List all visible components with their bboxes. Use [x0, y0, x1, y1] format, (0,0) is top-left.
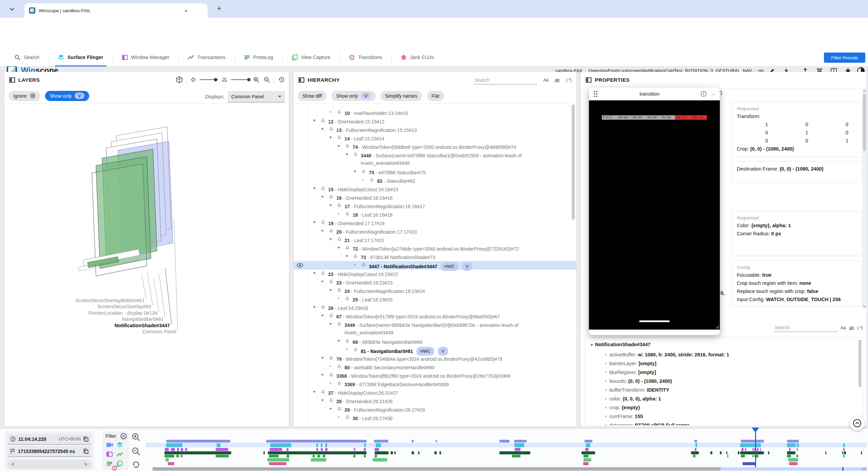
copy-icon[interactable] [83, 436, 88, 442]
layers-3d-canvas[interactable] [4, 106, 289, 427]
timeline-zoom-in-icon[interactable] [132, 433, 140, 441]
tree-row-14[interactable]: ▾14 - Leaf:15:15#14 [294, 134, 576, 142]
tree-row-27[interactable]: ▾27 - HideDisplayCutout:26:31#27 [294, 388, 576, 397]
tree-row-19[interactable]: ▾19 - OneHanded:17:17#19 [294, 219, 576, 227]
spacing-slider[interactable] [231, 79, 249, 80]
timeline-range-track[interactable] [153, 467, 721, 471]
tab-transactions[interactable]: Transactions [179, 48, 234, 66]
tree-row-29[interactable]: ▾29 - FullscreenMagnification:26:27#29 [294, 405, 576, 414]
expand-arrow-icon[interactable]: ▾ [338, 338, 340, 343]
tree-row-16[interactable]: ▾16 - OneHanded:16:16#16 [294, 193, 576, 202]
tab-surface-flinger[interactable]: Surface Flinger [49, 48, 113, 66]
match-case-icon[interactable]: Aa [543, 78, 548, 82]
expand-arrow-icon[interactable]: ▾ [321, 398, 323, 402]
timeline-reset-zoom-icon[interactable] [132, 460, 140, 469]
tree-row-82[interactable]: •82 - StatusBar#82 [294, 176, 576, 185]
regex-icon[interactable]: (.*) [857, 326, 863, 330]
expand-arrow-icon[interactable]: ▾ [321, 313, 323, 318]
transitions-track-icon[interactable] [112, 465, 117, 471]
tree-row-30[interactable]: •30 - Leaf:26:27#30 [294, 414, 576, 422]
tree-row-80[interactable]: •80 - ace6abb SecondaryHomeHandle0#80 [294, 363, 576, 371]
pager-next-icon[interactable]: > [84, 461, 87, 467]
tab-window-manager[interactable]: Window Manager [113, 48, 179, 66]
tree-row-67[interactable]: ▾67 - WindowToken{e5176f9 type=2019 andr… [294, 312, 576, 320]
expand-arrow-icon[interactable]: ▾ [313, 271, 315, 275]
chip-simplify-names[interactable]: Simplify names [380, 91, 422, 101]
panel-collapse-icon[interactable] [586, 77, 592, 83]
expand-arrow-icon[interactable]: ▾ [321, 279, 323, 284]
tree-row-17[interactable]: ▾17 - FullscreenMagnification:16:16#17 [294, 202, 576, 210]
tree-row-15[interactable]: ▾15 - HideDisplayCutout:16:16#15 [294, 185, 576, 193]
panel-collapse-icon[interactable] [9, 77, 15, 83]
reset-view-icon[interactable] [278, 76, 285, 83]
minimize-icon[interactable]: _ [711, 90, 714, 96]
expand-arrow-icon[interactable]: ▾ [330, 135, 332, 140]
tab-transitions[interactable]: Transitions [340, 48, 391, 66]
match-case-icon[interactable]: Aa [841, 326, 846, 330]
copy-icon[interactable] [83, 449, 88, 454]
panel-collapse-icon[interactable] [298, 77, 304, 83]
expand-arrow-icon[interactable]: ▾ [321, 372, 323, 377]
expand-arrow-icon[interactable]: ▾ [330, 406, 332, 411]
human-time-field[interactable]: 11:04:14.228 UTC+00:00 [7, 434, 91, 445]
expand-arrow-icon[interactable]: ▾ [313, 304, 315, 309]
visibility-icon[interactable] [297, 263, 303, 268]
expand-arrow-icon[interactable]: ▾ [346, 152, 348, 157]
tree-row-79[interactable]: ▾79 - WindowToken{7046b4a type=2024 andr… [294, 354, 576, 363]
displays-select[interactable]: Common Panel [228, 91, 285, 102]
pager-prev-icon[interactable]: < [12, 461, 14, 467]
tree-row-3449[interactable]: ▾3449 - Surface(name=885b63e NavigationB… [294, 320, 576, 337]
property-row-crop[interactable]: • crop: {empty} [605, 405, 640, 410]
tree-row-26[interactable]: ▾26 - Leaf:24:25#26 [294, 303, 576, 312]
tree-row-20[interactable]: ▾20 - FullscreenMagnification:17:17#20 [294, 227, 576, 236]
expand-arrow-icon[interactable]: ▾ [321, 228, 323, 233]
3d-view-icon[interactable] [176, 76, 183, 83]
expand-arrow-icon[interactable]: ▾ [330, 321, 332, 326]
chip-show-diff[interactable]: Show diff [298, 91, 327, 101]
scroll-top-button[interactable] [850, 416, 865, 431]
property-row-dataspace[interactable]: • dataspace: BT709 sRGB Full range [605, 422, 689, 426]
expand-arrow-icon[interactable]: ▾ [321, 126, 323, 131]
tab-search-button[interactable] [6, 4, 18, 14]
expand-arrow-icon[interactable]: ▾ [330, 237, 332, 241]
transactions-track-icon[interactable] [117, 452, 123, 457]
expand-arrow-icon[interactable]: ▾ [338, 245, 340, 250]
properties-scrollbar[interactable] [863, 89, 866, 309]
window-manager-track-icon[interactable] [106, 452, 113, 457]
filter-collapse-icon[interactable] [120, 433, 127, 439]
tab-jank-cujs[interactable]: Jank CUJs [392, 48, 443, 66]
drag-handle-icon[interactable] [593, 90, 598, 98]
filter-presets-button[interactable]: Filter Presets [824, 53, 865, 63]
tree-row-72[interactable]: ▾72 - WindowToken{a2746de type=2040 andr… [294, 244, 576, 253]
tree-row-22[interactable]: ▾22 - HideDisplayCutout:18:23#22 [294, 270, 576, 278]
tree-row-73[interactable]: ▾73 - 8736138 NotificationShade#73 [294, 253, 576, 261]
zoom-out-icon[interactable] [263, 76, 270, 83]
view-capture-track-icon[interactable] [117, 461, 122, 467]
resize-handle[interactable] [714, 324, 719, 329]
expand-arrow-icon[interactable]: ▾ [313, 118, 315, 123]
tree-row-68[interactable]: ▾68 - 885b63e NavigationBar0#68 [294, 337, 576, 346]
chip-flat[interactable]: Flat [427, 91, 444, 101]
expand-arrow-icon[interactable]: ▾ [321, 355, 323, 360]
ignore-chip[interactable]: Ignore [8, 91, 40, 101]
surface-flinger-track-icon[interactable] [117, 442, 123, 448]
property-row-blurRegions[interactable]: • blurRegions: [empty] [605, 370, 656, 375]
expand-arrow-icon[interactable]: ▾ [321, 194, 323, 199]
timeline-zoom-out-icon[interactable] [132, 447, 140, 456]
tree-row-18[interactable]: •18 - Leaf:16:16#18 [294, 210, 576, 219]
timeline-cursor[interactable] [755, 430, 756, 467]
timeline-range-selection[interactable] [721, 467, 867, 471]
tree-row-25[interactable]: •25 - Leaf:18:23#25 [294, 295, 576, 303]
tree-row-10[interactable]: •10 - ImePlaceholder:13:14#10 [294, 109, 576, 117]
expand-arrow-icon[interactable]: ▾ [330, 203, 332, 208]
tab-close-icon[interactable]: × [184, 8, 188, 14]
hierarchy-search-input[interactable] [474, 76, 537, 84]
tab-search[interactable]: Search [5, 48, 48, 66]
tree-row-3447[interactable]: •3447 - NotificationShade#3447HWCV [294, 261, 576, 270]
expand-arrow-icon[interactable]: ▾ [313, 389, 315, 394]
expand-arrow-icon[interactable]: ▾ [313, 220, 315, 224]
properties-search-input[interactable] [774, 323, 837, 332]
new-tab-button[interactable]: + [217, 4, 221, 13]
property-row-color[interactable]: • color: (0, 0, 0), alpha: 1 [605, 396, 661, 401]
expand-arrow-icon[interactable]: ▾ [338, 143, 340, 148]
